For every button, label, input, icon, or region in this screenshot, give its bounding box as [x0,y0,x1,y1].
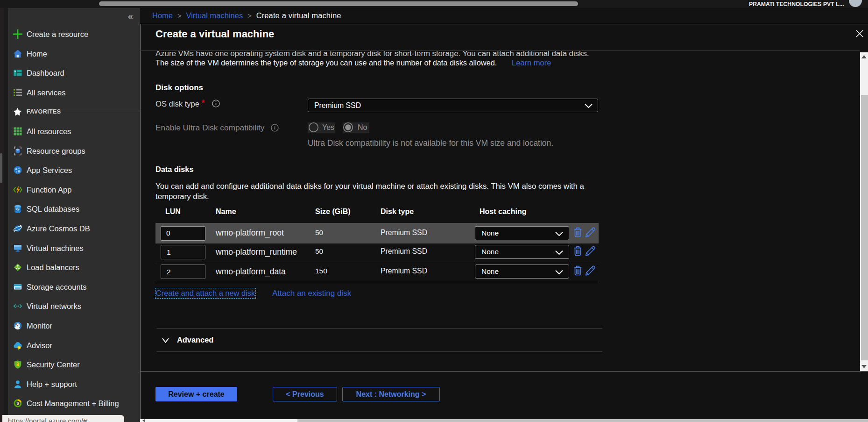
svg-text:$: $ [16,401,19,406]
svg-text:SQL: SQL [15,208,21,211]
